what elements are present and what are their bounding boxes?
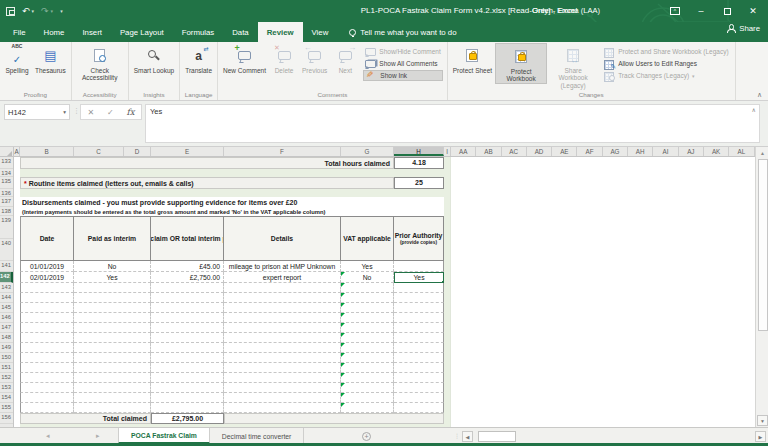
cell-B150[interactable] xyxy=(20,353,74,363)
insert-function-icon[interactable]: fx xyxy=(127,107,135,117)
ribbon-tab-review[interactable]: Review xyxy=(258,22,303,42)
cell-E148[interactable] xyxy=(151,333,224,343)
cell-E143[interactable] xyxy=(151,283,224,293)
formula-input[interactable]: Yes ∧ xyxy=(145,104,760,143)
button-smart-lookup[interactable]: Smart Lookup xyxy=(131,43,177,74)
column-header-ac[interactable]: AC xyxy=(502,147,527,156)
column-header-al[interactable]: AL xyxy=(729,147,754,156)
cell-C147[interactable] xyxy=(74,323,151,333)
ribbon-tab-data[interactable]: Data xyxy=(223,22,257,42)
select-all-corner[interactable] xyxy=(0,147,14,157)
cancel-formula-icon[interactable]: ✕ xyxy=(87,108,94,117)
cell-E156[interactable]: £2,795.00 xyxy=(151,413,224,424)
row-header-149[interactable]: 149 xyxy=(0,343,13,353)
ribbon-tab-view[interactable]: View xyxy=(303,22,338,42)
cell-F152[interactable] xyxy=(224,373,341,383)
cell-H153[interactable] xyxy=(394,383,444,393)
cell-B153[interactable] xyxy=(20,383,74,393)
table-header-net-claim-or-total-interim-paid[interactable]: Net claim OR total interim paid xyxy=(151,216,224,261)
ribbon-tab-file[interactable]: File xyxy=(4,22,35,42)
cell-H150[interactable] xyxy=(394,353,444,363)
cell-F143[interactable] xyxy=(224,283,341,293)
row-header-146[interactable]: 146 xyxy=(0,313,13,323)
row-header-147[interactable]: 147 xyxy=(0,323,13,333)
cell-E145[interactable] xyxy=(151,303,224,313)
cell-E141[interactable]: £45.00 xyxy=(151,261,224,272)
cell-B138[interactable]: (Interim payments should be entered as t… xyxy=(20,207,444,216)
collapse-ribbon-icon[interactable]: ∧ xyxy=(757,91,762,99)
column-header-i[interactable]: I xyxy=(444,147,451,156)
cell-G148[interactable] xyxy=(341,333,394,343)
cell-C146[interactable] xyxy=(74,313,151,323)
row-header-139[interactable]: 139 xyxy=(0,216,13,239)
cell-G155[interactable] xyxy=(341,403,394,413)
cell-G150[interactable] xyxy=(341,353,394,363)
row-header-140[interactable]: 140 xyxy=(0,239,13,261)
cell-C144[interactable] xyxy=(74,293,151,303)
row-header-136[interactable]: 136 xyxy=(0,189,13,197)
row-header-135[interactable]: 135 xyxy=(0,177,13,189)
cell-B142[interactable]: 02/01/2019 xyxy=(20,272,74,283)
tell-me-box[interactable]: Tell me what you want to do xyxy=(337,22,456,42)
cell-H143[interactable] xyxy=(394,283,444,293)
column-header-g[interactable]: G xyxy=(341,147,394,156)
table-header-date[interactable]: Date xyxy=(20,216,74,261)
cell-C148[interactable] xyxy=(74,333,151,343)
table-header-details[interactable]: Details xyxy=(224,216,341,261)
row-header-154[interactable]: 154 xyxy=(0,393,13,403)
cell-E154[interactable] xyxy=(151,393,224,403)
row-header-145[interactable]: 145 xyxy=(0,303,13,313)
cell-G152[interactable] xyxy=(341,373,394,383)
cell-F151[interactable] xyxy=(224,363,341,373)
row-header-153[interactable]: 153 xyxy=(0,383,13,393)
customize-qat-icon[interactable]: ▾ xyxy=(60,8,63,14)
cell-C152[interactable] xyxy=(74,373,151,383)
restore-button[interactable] xyxy=(714,0,740,22)
cell-F145[interactable] xyxy=(224,303,341,313)
column-header-f[interactable]: F xyxy=(224,147,341,156)
cell-B151[interactable] xyxy=(20,363,74,373)
column-header-e[interactable]: E xyxy=(151,147,224,156)
cell-G144[interactable] xyxy=(341,293,394,303)
cell-F149[interactable] xyxy=(224,343,341,353)
cell-G153[interactable] xyxy=(341,383,394,393)
cell-D156[interactable]: Total claimed xyxy=(20,413,151,424)
row-header-141[interactable]: 141 xyxy=(0,261,13,272)
cell-F150[interactable] xyxy=(224,353,341,363)
button-translate[interactable]: Translate xyxy=(182,43,215,74)
cell-H144[interactable] xyxy=(394,293,444,303)
cell-H147[interactable] xyxy=(394,323,444,333)
signed-in-user[interactable]: Green, Emma (LAA) xyxy=(532,0,600,22)
column-header-aj[interactable]: AJ xyxy=(679,147,704,156)
enter-formula-icon[interactable]: ✓ xyxy=(107,108,114,117)
scroll-up-icon[interactable]: ▲ xyxy=(757,148,768,158)
cell-H135[interactable]: 25 xyxy=(394,177,444,189)
cell-B145[interactable] xyxy=(20,303,74,313)
table-header-prior-authority[interactable]: Prior Authority(provide copies) xyxy=(394,216,444,261)
cell-C150[interactable] xyxy=(74,353,151,363)
cell-C149[interactable] xyxy=(74,343,151,353)
cell-B143[interactable] xyxy=(20,283,74,293)
minimize-button[interactable]: – xyxy=(688,0,714,22)
column-header-h[interactable]: H xyxy=(394,147,444,156)
cell-C142[interactable]: Yes xyxy=(74,272,151,283)
row-header-143[interactable]: 143 xyxy=(0,283,13,293)
column-header-ah[interactable]: AH xyxy=(628,147,653,156)
cell-B137[interactable]: Disbursements claimed - you must provide… xyxy=(20,197,444,207)
tab-split-handle[interactable]: ⋮ xyxy=(454,432,460,439)
cell-F154[interactable] xyxy=(224,393,341,403)
cell-C151[interactable] xyxy=(74,363,151,373)
horizontal-scrollbar[interactable]: ⋮ ◀ ▶ xyxy=(452,428,768,444)
cell-B144[interactable] xyxy=(20,293,74,303)
row-header-142[interactable]: 142 xyxy=(0,272,13,283)
column-header-ab[interactable]: AB xyxy=(476,147,501,156)
cell-H146[interactable] xyxy=(394,313,444,323)
cell-B135[interactable]: *Routine items claimed (letters out, ema… xyxy=(20,177,394,189)
formula-bar-sizer[interactable]: ⋮ xyxy=(73,107,80,115)
cell-C154[interactable] xyxy=(74,393,151,403)
cell-E155[interactable] xyxy=(151,403,224,413)
cell-B148[interactable] xyxy=(20,333,74,343)
cell-B147[interactable] xyxy=(20,323,74,333)
column-header-ai[interactable]: AI xyxy=(653,147,678,156)
column-header-b[interactable]: B xyxy=(20,147,74,156)
